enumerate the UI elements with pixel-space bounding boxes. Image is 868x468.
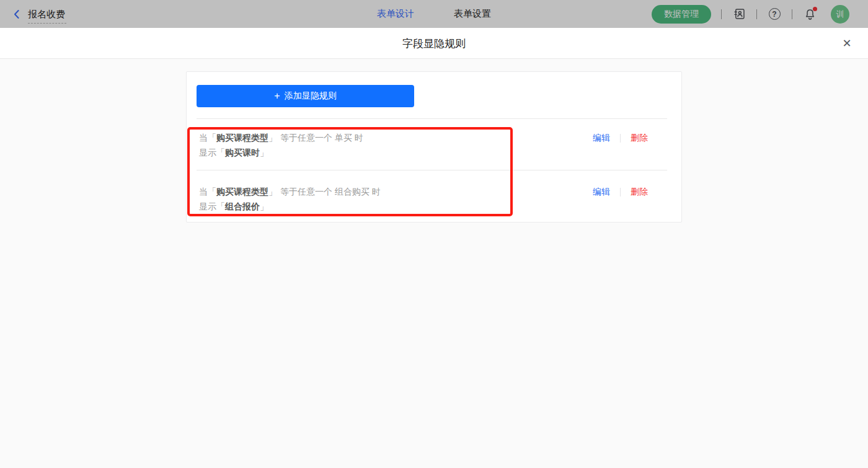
divider [620, 134, 621, 143]
target-field: 购买课时 [225, 148, 260, 157]
close-icon[interactable]: ✕ [839, 36, 854, 51]
avatar[interactable]: 训 [831, 5, 849, 24]
notification-dot [813, 7, 817, 11]
rules-card: + 添加显隐规则 当「购买课程类型」等于任意一个 单买 时 显示「购买课时」 编… [186, 71, 682, 223]
topbar: 报名收费 表单设计 表单设置 数据管理 ? [0, 0, 868, 28]
add-rule-label: 添加显隐规则 [285, 91, 337, 102]
rule-condition-line: 当「购买课程类型」等于任意一个 组合购买 时 [199, 184, 381, 199]
divider [792, 9, 792, 19]
help-button[interactable]: ? [767, 7, 782, 22]
tab-form-settings[interactable]: 表单设置 [454, 8, 491, 20]
rule-action-line: 显示「购买课时」 [199, 145, 363, 160]
topbar-tabs: 表单设计 表单设置 [377, 0, 491, 28]
condition-field: 购买课程类型 [216, 133, 268, 143]
topbar-right: 数据管理 ? 训 [652, 0, 849, 28]
edit-button[interactable]: 编辑 [593, 133, 610, 144]
divider [197, 170, 667, 170]
notifications-button[interactable] [802, 7, 817, 22]
rule-row-1-text: 当「购买课程类型」等于任意一个 单买 时 显示「购买课时」 [199, 130, 363, 160]
condition-text: 等于任意一个 组合购买 时 [280, 187, 381, 196]
condition-text: 等于任意一个 单买 时 [280, 133, 363, 143]
page-title: 字段显隐规则 [0, 28, 868, 59]
edit-button[interactable]: 编辑 [593, 187, 610, 198]
condition-field: 购买课程类型 [216, 187, 268, 196]
divider [197, 118, 667, 119]
delete-button[interactable]: 删除 [631, 187, 648, 198]
rule-action-line: 显示「组合报价」 [199, 199, 381, 214]
rule-row-2-actions: 编辑 删除 [593, 187, 648, 198]
plus-icon: + [274, 91, 280, 101]
contacts-book-icon [733, 7, 746, 20]
add-rule-button[interactable]: + 添加显隐规则 [197, 85, 414, 107]
tab-form-design[interactable]: 表单设计 [377, 8, 414, 20]
rule-row-1-actions: 编辑 删除 [593, 133, 648, 144]
modal-header: 字段显隐规则 ✕ [0, 28, 868, 59]
divider [721, 9, 722, 19]
contacts-button[interactable] [732, 7, 746, 22]
back-button[interactable]: 报名收费 [11, 0, 65, 28]
rule-condition-line: 当「购买课程类型」等于任意一个 单买 时 [199, 130, 363, 145]
divider [756, 9, 757, 19]
delete-button[interactable]: 删除 [631, 133, 648, 144]
chevron-left-icon [11, 9, 22, 20]
data-manage-button[interactable]: 数据管理 [652, 5, 711, 24]
divider [620, 188, 621, 196]
back-label: 报名收费 [28, 0, 65, 28]
help-icon: ? [769, 8, 781, 20]
rule-row-2-text: 当「购买课程类型」等于任意一个 组合购买 时 显示「组合报价」 [199, 184, 381, 214]
target-field: 组合报价 [225, 201, 260, 211]
